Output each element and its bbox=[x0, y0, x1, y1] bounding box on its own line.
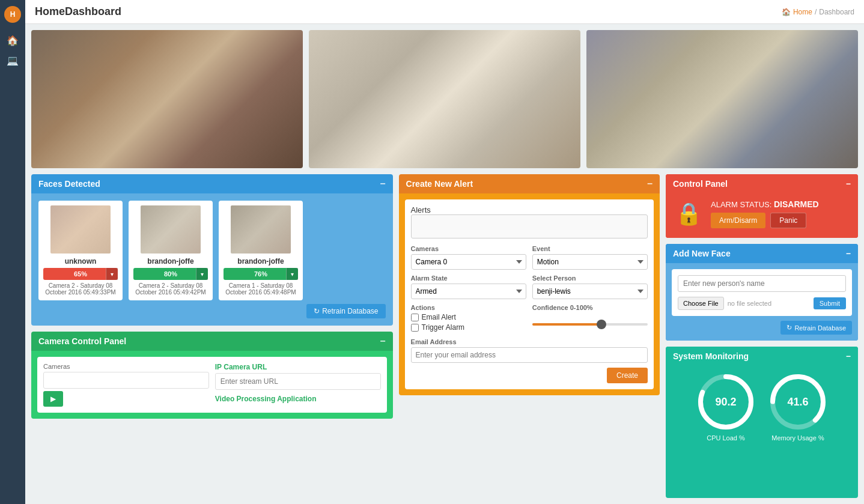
alerts-textarea[interactable] bbox=[411, 214, 648, 238]
sidebar-item-home[interactable]: 🏠 bbox=[7, 35, 19, 46]
camera-1-placeholder bbox=[31, 30, 303, 168]
email-alert-row: Email Alert bbox=[411, 313, 526, 321]
alarm-state-label: Alarm State bbox=[411, 275, 526, 282]
person-name-input[interactable] bbox=[678, 275, 846, 292]
alert-panel-body: Alerts Cameras Camera 0 bbox=[399, 193, 660, 395]
panic-button[interactable]: Panic bbox=[770, 213, 806, 228]
select-person-label: Select Person bbox=[532, 275, 648, 282]
face-info-line2-1: October 2016 05:49:33PM bbox=[43, 289, 118, 296]
alarm-person-row: Alarm State Armed Select Person benji-le… bbox=[411, 275, 648, 299]
trigger-alarm-row: Trigger Alarm bbox=[411, 323, 526, 332]
alarm-status-value: DISARMED bbox=[774, 199, 819, 209]
face-info-line1-3: Camera 1 - Saturday 08 bbox=[224, 282, 298, 289]
right-column: Control Panel − 🔒 ALARM STATUS: DISARMED… bbox=[666, 174, 858, 498]
breadcrumb: 🏠 Home / Dashboard bbox=[782, 8, 854, 16]
confidence-slider-track bbox=[532, 323, 648, 326]
event-col: Event Motion bbox=[532, 245, 648, 270]
submit-face-button[interactable]: Submit bbox=[814, 297, 846, 309]
camera-control-left: Cameras ▶ bbox=[43, 363, 209, 407]
camera-control-panel: Camera Control Panel − Cameras ▶ bbox=[31, 332, 393, 419]
trigger-alarm-label: Trigger Alarm bbox=[422, 323, 465, 332]
select-person-col: Select Person benji-lewis bbox=[532, 275, 648, 299]
sysmon-minimize[interactable]: − bbox=[846, 352, 851, 360]
create-alert-button[interactable]: Create bbox=[607, 368, 648, 383]
face-name-3: brandon-joffe bbox=[224, 257, 298, 266]
sidebar: H 🏠 💻 bbox=[0, 0, 25, 504]
alert-panel-title: Create New Alert bbox=[406, 179, 473, 189]
camera-add-button[interactable]: ▶ bbox=[43, 391, 63, 407]
add-face-inner: Choose File no file selected Submit bbox=[672, 269, 852, 316]
event-select[interactable]: Motion bbox=[532, 254, 648, 270]
confidence-slider-thumb[interactable] bbox=[597, 320, 606, 329]
alert-panel-minimize[interactable]: − bbox=[647, 179, 653, 189]
choose-file-button[interactable]: Choose File bbox=[678, 297, 724, 310]
middle-column: Create New Alert − Alerts Cameras bbox=[399, 174, 660, 498]
alarm-status-text: ALARM STATUS: DISARMED bbox=[711, 199, 819, 209]
confidence-bar-1: 65% ▾ bbox=[43, 268, 118, 280]
cameras-col: Cameras Camera 0 bbox=[411, 245, 526, 270]
faces-panel-minimize[interactable]: − bbox=[380, 179, 385, 189]
sysmon-header: System Monitoring − bbox=[666, 347, 858, 366]
face-info-line2-2: October 2016 05:49:42PM bbox=[133, 289, 208, 296]
email-alert-checkbox[interactable] bbox=[411, 314, 419, 321]
arm-disarm-button[interactable]: Arm/Disarm bbox=[711, 213, 765, 228]
face-name-1: unknown bbox=[43, 257, 118, 266]
add-face-panel: Add New Face − Choose File no file selec… bbox=[666, 244, 858, 341]
alarm-state-select[interactable]: Armed bbox=[411, 284, 526, 299]
confidence-dropdown-2[interactable]: ▾ bbox=[196, 268, 208, 280]
camera-2-placeholder bbox=[309, 30, 580, 168]
faces-panel: Faces Detected − unknown 65% ▾ bbox=[31, 174, 393, 326]
breadcrumb-home[interactable]: Home bbox=[793, 8, 812, 16]
control-panel: Control Panel − 🔒 ALARM STATUS: DISARMED… bbox=[666, 174, 858, 238]
event-label: Event bbox=[532, 245, 648, 252]
confidence-col: Confidence 0-100% bbox=[532, 304, 648, 333]
confidence-dropdown-1[interactable]: ▾ bbox=[106, 268, 118, 280]
panels-row: Faces Detected − unknown 65% ▾ bbox=[31, 174, 858, 498]
main-area: HomeDashboard 🏠 Home / Dashboard bbox=[25, 0, 864, 504]
email-address-input[interactable] bbox=[411, 347, 648, 363]
actions-label: Actions bbox=[411, 304, 526, 311]
camera-control-right: IP Camera URL Video Processing Applicati… bbox=[215, 363, 381, 407]
face-name-2: brandon-joffe bbox=[133, 257, 208, 266]
confidence-dropdown-3[interactable]: ▾ bbox=[286, 268, 298, 280]
retrain-database-button-2[interactable]: ↻ Retrain Database bbox=[780, 321, 852, 335]
add-face-minimize[interactable]: − bbox=[846, 249, 851, 258]
memory-label: Memory Usage % bbox=[768, 434, 828, 442]
camera-control-minimize[interactable]: − bbox=[380, 336, 385, 346]
faces-panel-title: Faces Detected bbox=[38, 179, 100, 189]
cpu-gauge: 90.2 bbox=[696, 372, 756, 432]
cameras-input[interactable] bbox=[43, 372, 209, 389]
camera-feed-3 bbox=[586, 30, 858, 168]
system-monitoring-panel: System Monitoring − 90.2 bbox=[666, 347, 858, 498]
face-card-2: brandon-joffe 80% ▾ Camera 2 - Saturday … bbox=[129, 201, 213, 300]
cameras-select[interactable]: Camera 0 bbox=[411, 254, 526, 270]
add-face-header: Add New Face − bbox=[666, 244, 858, 263]
cpu-gauge-container: 90.2 CPU Load % bbox=[696, 372, 756, 442]
trigger-alarm-checkbox[interactable] bbox=[411, 324, 419, 332]
ip-camera-url-label: IP Camera URL bbox=[215, 363, 381, 371]
ip-camera-url-input[interactable] bbox=[215, 373, 381, 390]
face-info-line1-2: Camera 2 - Saturday 08 bbox=[133, 282, 208, 289]
retrain-database-button[interactable]: ↻ Retrain Database bbox=[306, 304, 385, 318]
control-panel-minimize[interactable]: − bbox=[846, 180, 851, 188]
faces-grid: unknown 65% ▾ Camera 2 - Saturday 08 Oct… bbox=[38, 201, 386, 300]
faces-panel-body: unknown 65% ▾ Camera 2 - Saturday 08 Oct… bbox=[31, 193, 393, 326]
email-address-label: Email Address bbox=[411, 338, 648, 345]
alert-panel: Create New Alert − Alerts Cameras bbox=[399, 174, 660, 395]
content-area: Faces Detected − unknown 65% ▾ bbox=[25, 24, 864, 504]
breadcrumb-icon: 🏠 bbox=[782, 8, 791, 16]
add-face-body: Choose File no file selected Submit ↻ Re… bbox=[666, 263, 858, 341]
alert-footer: Create bbox=[411, 363, 648, 383]
alarm-status-prefix: ALARM STATUS: bbox=[711, 200, 774, 209]
face-info-1: Camera 2 - Saturday 08 October 2016 05:4… bbox=[43, 282, 118, 296]
person-select[interactable]: benji-lewis bbox=[532, 284, 648, 299]
face-info-line2-3: October 2016 05:49:48PM bbox=[224, 289, 298, 296]
control-panel-body: 🔒 ALARM STATUS: DISARMED Arm/Disarm Pani… bbox=[666, 193, 858, 238]
sidebar-item-monitor[interactable]: 💻 bbox=[7, 55, 19, 66]
memory-gauge: 41.6 bbox=[768, 372, 828, 432]
cameras-event-row: Cameras Camera 0 Event Motion bbox=[411, 245, 648, 270]
add-face-title: Add New Face bbox=[673, 249, 731, 258]
camera-feed-1 bbox=[31, 30, 303, 168]
alerts-label: Alerts bbox=[411, 205, 431, 214]
lock-icon: 🔒 bbox=[675, 201, 702, 226]
